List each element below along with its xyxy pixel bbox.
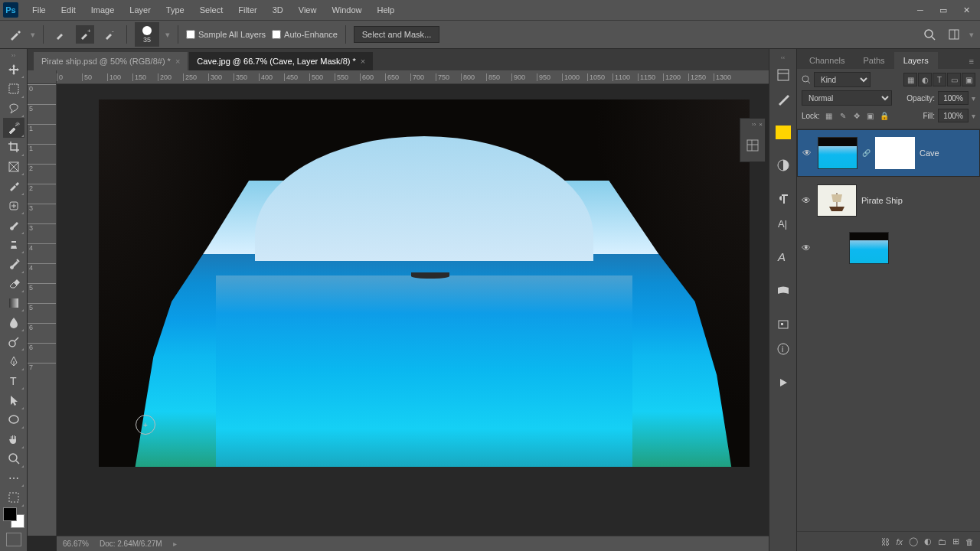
canvas[interactable]: + — [99, 99, 750, 467]
libraries-panel-icon[interactable] — [773, 280, 794, 302]
layer-row-cave[interactable]: 👁 🔗 Cave — [797, 129, 980, 177]
blend-mode-select[interactable]: Normal — [802, 90, 892, 106]
crop-tool[interactable] — [3, 138, 24, 157]
filter-smart-icon[interactable]: ▣ — [962, 73, 975, 86]
eraser-tool[interactable] — [3, 274, 24, 293]
layer-thumbnail[interactable] — [818, 137, 858, 169]
visibility-toggle-icon[interactable]: 👁 — [800, 195, 812, 206]
history-brush-tool[interactable] — [3, 254, 24, 273]
visibility-toggle-icon[interactable]: 👁 — [801, 148, 813, 158]
history-panel-icon[interactable] — [773, 64, 794, 86]
search-icon[interactable] — [920, 25, 939, 44]
horizontal-ruler[interactable]: 0501001502002503003504004505005506006507… — [57, 70, 769, 84]
zoom-level[interactable]: 66.67% — [63, 540, 89, 548]
close-tab-icon[interactable]: × — [175, 57, 180, 66]
new-group-icon[interactable]: 🗀 — [938, 537, 946, 546]
gradient-tool[interactable] — [3, 293, 24, 312]
menu-select[interactable]: Select — [192, 2, 231, 18]
lock-transparency-icon[interactable]: ▦ — [823, 109, 835, 122]
menu-filter[interactable]: Filter — [230, 2, 264, 18]
panel-tab-layers[interactable]: Layers — [894, 52, 938, 69]
zoom-tool[interactable] — [3, 449, 24, 468]
layer-filter-kind[interactable]: Kind — [814, 72, 871, 87]
vertical-ruler[interactable]: 051122334455667 — [28, 84, 57, 536]
layer-thumbnail[interactable] — [849, 232, 889, 264]
dock-expand-handle[interactable]: ‹‹ — [769, 54, 796, 61]
sample-all-layers-checkbox[interactable]: Sample All Layers — [186, 30, 266, 39]
panel-tab-channels[interactable]: Channels — [800, 52, 854, 69]
layer-name[interactable]: Cave — [920, 148, 939, 158]
menu-layer[interactable]: Layer — [122, 2, 158, 18]
eyedropper-tool[interactable] — [3, 176, 24, 195]
delete-layer-icon[interactable]: 🗑 — [965, 537, 974, 546]
menu-3d[interactable]: 3D — [265, 2, 291, 18]
menu-type[interactable]: Type — [158, 2, 192, 18]
paragraph-panel-icon[interactable] — [773, 188, 794, 210]
foreground-color-swatch[interactable] — [3, 507, 17, 521]
brushes-panel-icon[interactable] — [773, 89, 794, 110]
current-tool-icon[interactable] — [6, 25, 24, 44]
play-action-icon[interactable] — [773, 372, 794, 393]
lock-all-icon[interactable]: 🔒 — [878, 109, 890, 122]
move-tool[interactable] — [3, 60, 24, 79]
quick-mask-toggle[interactable] — [6, 533, 21, 546]
panel-collapse-icon[interactable]: ›› — [752, 121, 756, 128]
close-button[interactable]: ✕ — [956, 3, 977, 17]
filter-adjustment-icon[interactable]: ◐ — [918, 73, 932, 86]
menu-image[interactable]: Image — [83, 2, 122, 18]
brush-size-preview[interactable]: 35 — [135, 22, 159, 47]
layer-name[interactable]: Pirate Ship — [861, 196, 903, 205]
type-tool[interactable]: T — [3, 371, 24, 390]
menu-file[interactable]: File — [24, 2, 54, 18]
layer-row-pirate-ship[interactable]: 👁 Pirate Ship — [797, 177, 980, 224]
maximize-button[interactable]: ▭ — [933, 3, 954, 17]
menu-window[interactable]: Window — [324, 2, 369, 18]
menu-help[interactable]: Help — [370, 2, 403, 18]
toggle-tool[interactable] — [3, 487, 24, 507]
quick-selection-tool[interactable] — [3, 118, 24, 137]
menu-edit[interactable]: Edit — [54, 2, 83, 18]
workspace-switcher-icon[interactable] — [945, 25, 963, 44]
document-tab-2[interactable]: Cave.jpg @ 66.7% (Cave, Layer Mask/8) *× — [189, 52, 373, 70]
swatches-panel-icon[interactable] — [776, 126, 791, 139]
visibility-toggle-icon[interactable]: 👁 — [800, 243, 812, 253]
healing-brush-tool[interactable] — [3, 196, 24, 215]
search-layers-icon[interactable] — [802, 75, 811, 84]
toolbar-expand-handle[interactable]: ›› — [0, 52, 27, 60]
canvas-viewport[interactable]: + ››× — [57, 84, 769, 536]
minimize-button[interactable]: ─ — [910, 3, 931, 17]
color-swatches[interactable] — [3, 507, 24, 528]
new-adjustment-icon[interactable]: ◐ — [924, 536, 932, 546]
hand-tool[interactable] — [3, 429, 24, 448]
frame-tool[interactable] — [3, 157, 24, 176]
filter-shape-icon[interactable]: ▭ — [947, 73, 961, 86]
marquee-tool[interactable] — [3, 79, 24, 98]
statusbar-arrow-icon[interactable]: ▸ — [173, 540, 177, 548]
select-and-mask-button[interactable]: Select and Mask... — [354, 26, 440, 43]
panel-tab-paths[interactable]: Paths — [854, 52, 893, 69]
properties-icon[interactable] — [746, 139, 760, 152]
layer-row-sea[interactable]: 👁 Sea — [797, 224, 980, 272]
close-tab-icon[interactable]: × — [361, 57, 365, 66]
panel-close-icon[interactable]: × — [759, 121, 763, 128]
layer-style-icon[interactable]: fx — [896, 537, 903, 546]
panel-menu-icon[interactable]: ≡ — [963, 54, 980, 69]
add-mask-icon[interactable]: ◯ — [909, 536, 918, 546]
path-selection-tool[interactable] — [3, 390, 24, 409]
shape-tool[interactable] — [3, 410, 24, 429]
brush-tool[interactable] — [3, 215, 24, 234]
layer-mask-thumbnail[interactable] — [875, 137, 915, 169]
doc-size[interactable]: Doc: 2.64M/6.27M — [100, 540, 162, 548]
properties-collapsed-panel[interactable]: ››× — [740, 118, 766, 162]
blur-tool[interactable] — [3, 312, 24, 331]
fill-input[interactable] — [938, 109, 969, 122]
lock-artboard-icon[interactable]: ▣ — [864, 109, 877, 122]
filter-pixel-icon[interactable]: ▦ — [903, 73, 917, 86]
lock-position-icon[interactable]: ✥ — [851, 109, 863, 122]
mask-link-icon[interactable]: 🔗 — [862, 149, 871, 157]
layer-thumbnail[interactable] — [817, 184, 857, 217]
clone-stamp-tool[interactable] — [3, 235, 24, 254]
info-panel-icon[interactable]: i — [773, 338, 794, 360]
dodge-tool[interactable] — [3, 332, 24, 351]
quick-select-add-icon[interactable] — [51, 25, 70, 44]
